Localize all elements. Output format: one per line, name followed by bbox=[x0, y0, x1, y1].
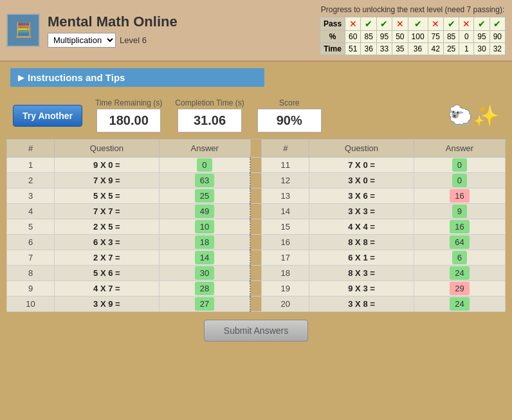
row-answer-left[interactable]: 49 bbox=[159, 204, 250, 219]
pct-1: 60 bbox=[345, 31, 361, 43]
row-answer-right[interactable]: 29 bbox=[414, 281, 505, 297]
row-answer-left[interactable]: 14 bbox=[159, 250, 250, 266]
row-question-left: 6 X 3 = bbox=[55, 235, 160, 250]
time-8: 1 bbox=[459, 43, 474, 55]
divider bbox=[250, 140, 262, 158]
row-answer-left[interactable]: 10 bbox=[159, 219, 250, 235]
table-row: 4 7 X 7 = 49 14 3 X 3 = 9 bbox=[7, 204, 506, 219]
pass-5: ✔ bbox=[408, 17, 428, 31]
row-num-left: 6 bbox=[7, 235, 55, 250]
pct-10: 90 bbox=[489, 31, 505, 43]
row-answer-right[interactable]: 0 bbox=[414, 173, 505, 188]
pass-1: ✕ bbox=[345, 17, 361, 31]
row-divider bbox=[250, 188, 262, 204]
row-question-left: 3 X 9 = bbox=[55, 297, 160, 312]
pct-5: 100 bbox=[408, 31, 428, 43]
col-header-num-left: # bbox=[7, 140, 55, 158]
row-num-right: 11 bbox=[262, 158, 309, 173]
pass-9: ✔ bbox=[474, 17, 489, 31]
pass-header: Pass bbox=[320, 17, 345, 31]
completion-time-value: 31.06 bbox=[178, 109, 242, 132]
col-header-answer-left: Answer bbox=[159, 140, 250, 158]
row-question-left: 5 X 6 = bbox=[55, 266, 160, 281]
pct-2: 85 bbox=[361, 31, 376, 43]
row-num-left: 3 bbox=[7, 188, 55, 204]
col-header-answer-right: Answer bbox=[414, 140, 505, 158]
main-content: Try Another Time Remaining (s) 180.00 Co… bbox=[0, 93, 512, 354]
row-answer-left[interactable]: 0 bbox=[159, 158, 250, 173]
pct-6: 75 bbox=[428, 31, 443, 43]
subject-select[interactable]: Multiplication Addition Subtraction Divi… bbox=[48, 33, 116, 48]
app-title: Mental Math Online bbox=[48, 14, 178, 30]
row-answer-left[interactable]: 28 bbox=[159, 281, 250, 297]
pct-4: 50 bbox=[392, 31, 408, 43]
row-question-right: 3 X 6 = bbox=[309, 188, 414, 204]
row-question-left: 2 X 5 = bbox=[55, 219, 160, 235]
time-remaining-label: Time Remaining (s) bbox=[95, 98, 162, 107]
progress-section: Progress to unlocking the next level (ne… bbox=[320, 5, 506, 55]
table-row: 7 2 X 7 = 14 17 6 X 1 = 6 bbox=[7, 250, 506, 266]
row-answer-right[interactable]: 6 bbox=[414, 250, 505, 266]
row-divider bbox=[250, 235, 262, 250]
score-value: 90% bbox=[257, 109, 322, 132]
row-num-left: 10 bbox=[7, 297, 55, 312]
row-num-left: 5 bbox=[7, 219, 55, 235]
time-6: 42 bbox=[428, 43, 443, 55]
time-5: 36 bbox=[408, 43, 428, 55]
row-answer-left[interactable]: 63 bbox=[159, 173, 250, 188]
time-header: Time bbox=[320, 43, 345, 55]
row-answer-right[interactable]: 24 bbox=[414, 266, 505, 281]
header-left: Mental Math Online Multiplication Additi… bbox=[48, 14, 178, 48]
row-question-left: 9 X 0 = bbox=[55, 158, 160, 173]
score-label: Score bbox=[279, 98, 299, 107]
row-num-right: 14 bbox=[262, 204, 309, 219]
row-num-right: 20 bbox=[262, 297, 309, 312]
row-answer-left[interactable]: 25 bbox=[159, 188, 250, 204]
logo-icon: 🧮 bbox=[15, 22, 32, 39]
pass-3: ✔ bbox=[376, 17, 392, 31]
row-question-left: 7 X 7 = bbox=[55, 204, 160, 219]
time-remaining-value: 180.00 bbox=[96, 109, 161, 132]
row-answer-right[interactable]: 24 bbox=[414, 297, 505, 312]
row-num-right: 17 bbox=[262, 250, 309, 266]
row-answer-right[interactable]: 16 bbox=[414, 219, 505, 235]
time-9: 30 bbox=[474, 43, 489, 55]
row-question-right: 8 X 8 = bbox=[309, 235, 414, 250]
row-answer-left[interactable]: 18 bbox=[159, 235, 250, 250]
table-row: 8 5 X 6 = 30 18 8 X 3 = 24 bbox=[7, 266, 506, 281]
level-label: Level 6 bbox=[120, 35, 147, 45]
row-answer-left[interactable]: 30 bbox=[159, 266, 250, 281]
row-answer-left[interactable]: 27 bbox=[159, 297, 250, 312]
pass-2: ✔ bbox=[361, 17, 376, 31]
row-divider bbox=[250, 281, 262, 297]
row-question-right: 7 X 0 = bbox=[309, 158, 414, 173]
pass-6: ✕ bbox=[428, 17, 443, 31]
row-divider bbox=[250, 250, 262, 266]
row-divider bbox=[250, 219, 262, 235]
submit-button[interactable]: Submit Answers bbox=[204, 320, 308, 342]
row-question-right: 4 X 4 = bbox=[309, 219, 414, 235]
table-row: 10 3 X 9 = 27 20 3 X 8 = 24 bbox=[7, 297, 506, 312]
row-question-right: 3 X 3 = bbox=[309, 204, 414, 219]
pass-10: ✔ bbox=[489, 17, 505, 31]
row-question-right: 9 X 3 = bbox=[309, 281, 414, 297]
row-divider bbox=[250, 204, 262, 219]
row-question-right: 3 X 8 = bbox=[309, 297, 414, 312]
instructions-bar[interactable]: ▶ Instructions and Tips bbox=[10, 68, 264, 87]
row-answer-right[interactable]: 0 bbox=[414, 158, 505, 173]
try-another-button[interactable]: Try Another bbox=[13, 105, 82, 127]
row-answer-right[interactable]: 64 bbox=[414, 235, 505, 250]
table-row: 6 6 X 3 = 18 16 8 X 8 = 64 bbox=[7, 235, 506, 250]
pct-3: 95 bbox=[376, 31, 392, 43]
row-answer-right[interactable]: 16 bbox=[414, 188, 505, 204]
col-header-question-right: Question bbox=[309, 140, 414, 158]
row-divider bbox=[250, 158, 262, 173]
time-3: 33 bbox=[376, 43, 392, 55]
pct-9: 95 bbox=[474, 31, 489, 43]
table-row: 5 2 X 5 = 10 15 4 X 4 = 16 bbox=[7, 219, 506, 235]
row-num-right: 16 bbox=[262, 235, 309, 250]
pct-header: % bbox=[320, 31, 345, 43]
row-answer-right[interactable]: 9 bbox=[414, 204, 505, 219]
row-divider bbox=[250, 297, 262, 312]
pass-7: ✔ bbox=[443, 17, 459, 31]
